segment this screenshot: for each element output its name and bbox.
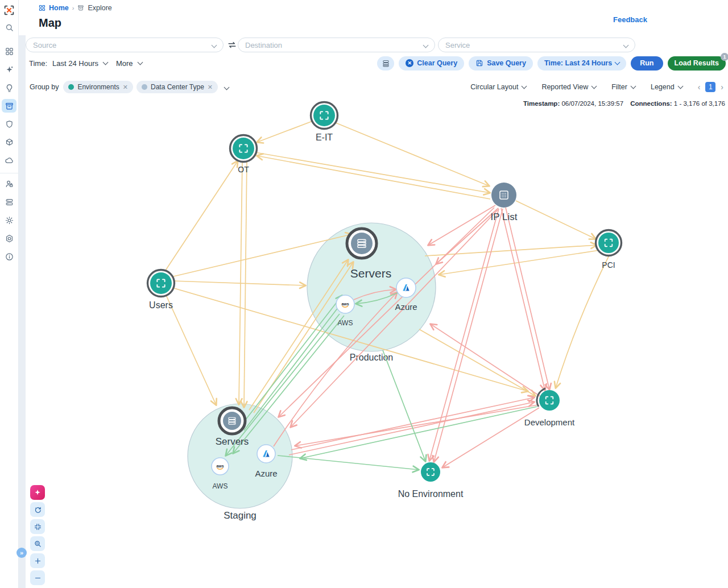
groupby-chip-environments[interactable]: Environments ✕ <box>63 81 133 93</box>
traffic-link[interactable] <box>431 324 540 396</box>
traffic-link[interactable] <box>434 209 503 462</box>
remove-chip-icon[interactable]: ✕ <box>123 84 128 91</box>
traffic-link[interactable] <box>257 156 490 199</box>
remove-chip-icon[interactable]: ✕ <box>208 84 213 91</box>
chevron-down-icon[interactable] <box>224 84 230 90</box>
breadcrumb-home-link[interactable]: Home <box>49 4 69 12</box>
groupby-chip-datacenter-type[interactable]: Data Center Type ✕ <box>136 81 218 93</box>
node-label-production-aws: AWS <box>338 319 353 327</box>
traffic-link[interactable] <box>289 402 534 455</box>
chevron-down-icon <box>423 43 429 48</box>
environments-dot <box>68 84 74 90</box>
layout-dropdown[interactable]: Circular Layout <box>470 83 526 91</box>
access-user-lock-icon[interactable] <box>2 177 16 191</box>
zoom-out-button[interactable] <box>30 570 45 585</box>
cloud-icon[interactable] <box>2 154 16 167</box>
node-pci[interactable]: PCI <box>596 230 622 270</box>
legend-dropdown[interactable]: Legend <box>651 83 682 91</box>
traffic-link[interactable] <box>295 405 538 446</box>
node-users[interactable]: Users <box>148 270 175 310</box>
query-row <box>26 38 728 53</box>
node-no-environment[interactable]: No Environment <box>398 462 464 499</box>
traffic-link[interactable] <box>419 329 535 396</box>
traffic-link[interactable] <box>255 152 490 193</box>
groupby-row: Group by Environments ✕ Data Center Type… <box>30 80 723 94</box>
workloads-cube-icon[interactable] <box>2 135 16 149</box>
traffic-link[interactable] <box>244 297 346 430</box>
service-select[interactable] <box>438 38 635 52</box>
node-label-ip-list: IP List <box>491 212 518 222</box>
traffic-link[interactable] <box>501 208 545 390</box>
destination-select[interactable] <box>238 38 435 52</box>
traffic-link[interactable] <box>300 407 537 458</box>
status-bar: Timestamp: 06/07/2024, 15:39:57 Connecti… <box>523 100 725 107</box>
sidebar-divider <box>0 173 19 173</box>
node-e-it[interactable]: E-IT <box>311 102 338 143</box>
traffic-link[interactable] <box>233 316 344 453</box>
load-results-button[interactable]: Load Results 1 <box>668 56 726 71</box>
breadcrumb-explore[interactable]: Explore <box>88 4 111 12</box>
clear-query-button[interactable]: ✕ Clear Query <box>399 56 464 71</box>
run-button[interactable]: Run <box>631 56 663 71</box>
clear-icon: ✕ <box>406 59 413 67</box>
app-logo-icon[interactable] <box>2 2 16 18</box>
traffic-link[interactable] <box>278 456 419 470</box>
search-icon[interactable] <box>2 20 16 34</box>
policy-shield-icon[interactable] <box>2 117 16 131</box>
view-mode-dropdown[interactable]: Reported View <box>541 83 596 91</box>
query-history-button[interactable] <box>377 56 394 71</box>
time-value-dropdown[interactable]: Last 24 Hours <box>52 59 98 68</box>
traffic-link[interactable] <box>173 281 305 285</box>
time-range-button[interactable]: Time: Last 24 Hours <box>537 56 626 71</box>
traffic-link[interactable] <box>257 121 314 142</box>
node-production-aws[interactable]: awsAWS <box>336 295 354 327</box>
chevron-down-icon[interactable] <box>137 60 143 65</box>
traffic-link[interactable] <box>165 161 238 271</box>
traffic-link[interactable] <box>291 397 534 450</box>
source-input[interactable] <box>33 41 208 49</box>
traffic-link[interactable] <box>239 296 342 428</box>
service-input[interactable] <box>445 41 620 49</box>
node-ip-list[interactable]: IP List <box>491 183 518 222</box>
more-dropdown[interactable]: More <box>116 59 133 68</box>
settings-gear-icon[interactable] <box>2 213 16 227</box>
infrastructure-servers-icon[interactable] <box>2 195 16 209</box>
traffic-link[interactable] <box>244 161 247 407</box>
map-canvas[interactable]: ProductionStagingE-ITOTIP ListPCIUsersSe… <box>26 35 728 588</box>
source-select[interactable] <box>26 38 224 52</box>
node-staging-servers[interactable]: Servers <box>216 408 249 447</box>
next-page-button[interactable]: › <box>721 82 723 92</box>
zoom-to-selection-button[interactable] <box>30 536 45 551</box>
traffic-link[interactable] <box>166 295 216 405</box>
save-icon <box>475 59 483 67</box>
fit-to-screen-button[interactable] <box>30 519 45 534</box>
traffic-link[interactable] <box>383 350 425 461</box>
ai-sparkle-icon[interactable] <box>2 63 16 76</box>
node-ot[interactable]: OT <box>230 135 257 175</box>
traffic-link[interactable] <box>516 201 595 239</box>
explore-icon[interactable] <box>2 99 16 113</box>
swap-source-destination-icon[interactable] <box>227 40 237 49</box>
insights-bulb-icon[interactable] <box>2 81 16 94</box>
traffic-link[interactable] <box>334 122 489 186</box>
feedback-link[interactable]: Feedback <box>613 15 647 24</box>
prev-page-button[interactable]: ‹ <box>698 82 701 92</box>
compliance-hexagon-icon[interactable] <box>2 231 16 245</box>
save-query-button[interactable]: Save Query <box>469 56 533 71</box>
zoom-in-button[interactable] <box>30 553 45 568</box>
destination-input[interactable] <box>245 41 420 49</box>
node-label-development: Development <box>524 417 575 427</box>
traffic-link[interactable] <box>239 161 242 404</box>
traffic-link[interactable] <box>556 255 609 388</box>
dashboard-icon[interactable] <box>2 44 16 58</box>
current-page[interactable]: 1 <box>705 82 715 92</box>
ai-assistant-button[interactable] <box>30 485 45 500</box>
filter-dropdown[interactable]: Filter <box>611 83 635 91</box>
load-results-badge: 1 <box>721 53 728 61</box>
auto-arrange-button[interactable] <box>30 502 45 517</box>
expand-sidebar-button[interactable]: » <box>16 548 27 558</box>
info-icon[interactable] <box>2 250 16 263</box>
node-development[interactable]: Development <box>524 383 575 427</box>
chevron-down-icon[interactable] <box>103 60 109 65</box>
traffic-link[interactable] <box>506 208 549 390</box>
